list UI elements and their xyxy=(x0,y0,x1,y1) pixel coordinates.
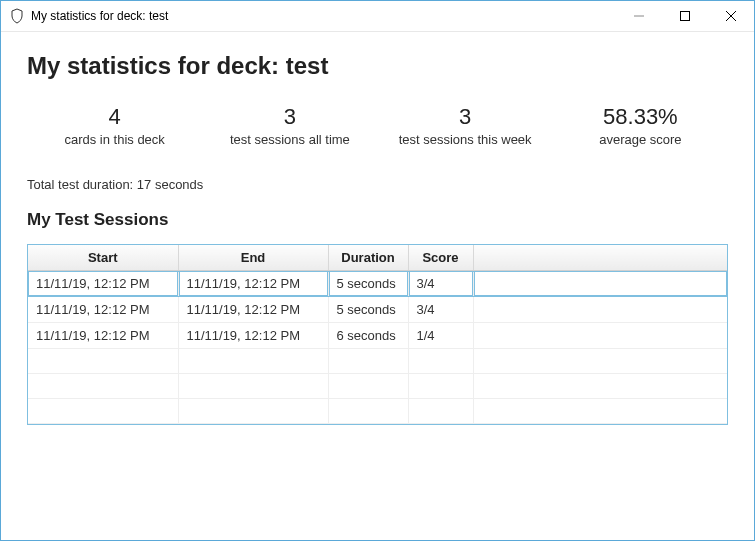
cell-empty xyxy=(408,374,473,399)
stat-avg-score: 58.33% average score xyxy=(553,104,728,147)
cell-empty xyxy=(328,399,408,424)
cell-start: 11/11/19, 12:12 PM xyxy=(28,297,178,323)
svg-rect-1 xyxy=(681,12,690,21)
cell-empty xyxy=(408,399,473,424)
minimize-button[interactable] xyxy=(616,1,662,31)
table-header: Start End Duration Score xyxy=(28,245,727,271)
maximize-button[interactable] xyxy=(662,1,708,31)
stat-value: 4 xyxy=(27,104,202,130)
sessions-title: My Test Sessions xyxy=(27,210,728,230)
cell-empty xyxy=(473,399,727,424)
stat-value: 3 xyxy=(378,104,553,130)
cell-empty xyxy=(178,374,328,399)
cell-extra xyxy=(473,323,727,349)
total-duration: Total test duration: 17 seconds xyxy=(27,177,728,192)
titlebar: My statistics for deck: test xyxy=(1,1,754,32)
table-row[interactable]: 11/11/19, 12:12 PM11/11/19, 12:12 PM6 se… xyxy=(28,323,727,349)
app-icon xyxy=(9,8,25,24)
cell-end: 11/11/19, 12:12 PM xyxy=(178,297,328,323)
window-controls xyxy=(616,1,754,31)
cell-duration: 6 seconds xyxy=(328,323,408,349)
col-header-extra[interactable] xyxy=(473,245,727,271)
sessions-table-wrap: Start End Duration Score 11/11/19, 12:12… xyxy=(27,244,728,425)
cell-score: 1/4 xyxy=(408,323,473,349)
page-title: My statistics for deck: test xyxy=(27,52,728,80)
stat-sessions-all: 3 test sessions all time xyxy=(202,104,377,147)
cell-empty xyxy=(28,399,178,424)
cell-score: 3/4 xyxy=(408,297,473,323)
content-area: My statistics for deck: test 4 cards in … xyxy=(1,32,754,445)
stat-value: 3 xyxy=(202,104,377,130)
col-header-start[interactable]: Start xyxy=(28,245,178,271)
cell-empty xyxy=(408,349,473,374)
cell-extra xyxy=(473,271,727,297)
cell-empty xyxy=(178,349,328,374)
col-header-duration[interactable]: Duration xyxy=(328,245,408,271)
cell-empty xyxy=(328,374,408,399)
cell-end: 11/11/19, 12:12 PM xyxy=(178,271,328,297)
stats-row: 4 cards in this deck 3 test sessions all… xyxy=(27,104,728,147)
cell-start: 11/11/19, 12:12 PM xyxy=(28,271,178,297)
cell-empty xyxy=(28,349,178,374)
col-header-end[interactable]: End xyxy=(178,245,328,271)
cell-empty xyxy=(328,349,408,374)
cell-empty xyxy=(473,374,727,399)
stat-label: average score xyxy=(553,132,728,147)
table-row-empty[interactable] xyxy=(28,399,727,424)
window-title: My statistics for deck: test xyxy=(31,9,616,23)
close-button[interactable] xyxy=(708,1,754,31)
stat-cards: 4 cards in this deck xyxy=(27,104,202,147)
table-row-empty[interactable] xyxy=(28,349,727,374)
stat-value: 58.33% xyxy=(553,104,728,130)
cell-end: 11/11/19, 12:12 PM xyxy=(178,323,328,349)
stat-label: test sessions this week xyxy=(378,132,553,147)
table-row[interactable]: 11/11/19, 12:12 PM11/11/19, 12:12 PM5 se… xyxy=(28,297,727,323)
cell-duration: 5 seconds xyxy=(328,271,408,297)
cell-duration: 5 seconds xyxy=(328,297,408,323)
sessions-table: Start End Duration Score 11/11/19, 12:12… xyxy=(28,245,727,424)
cell-start: 11/11/19, 12:12 PM xyxy=(28,323,178,349)
table-body: 11/11/19, 12:12 PM11/11/19, 12:12 PM5 se… xyxy=(28,271,727,424)
stat-label: test sessions all time xyxy=(202,132,377,147)
cell-score: 3/4 xyxy=(408,271,473,297)
table-row[interactable]: 11/11/19, 12:12 PM11/11/19, 12:12 PM5 se… xyxy=(28,271,727,297)
cell-empty xyxy=(178,399,328,424)
cell-empty xyxy=(473,349,727,374)
stat-label: cards in this deck xyxy=(27,132,202,147)
table-row-empty[interactable] xyxy=(28,374,727,399)
col-header-score[interactable]: Score xyxy=(408,245,473,271)
stat-sessions-week: 3 test sessions this week xyxy=(378,104,553,147)
cell-extra xyxy=(473,297,727,323)
cell-empty xyxy=(28,374,178,399)
